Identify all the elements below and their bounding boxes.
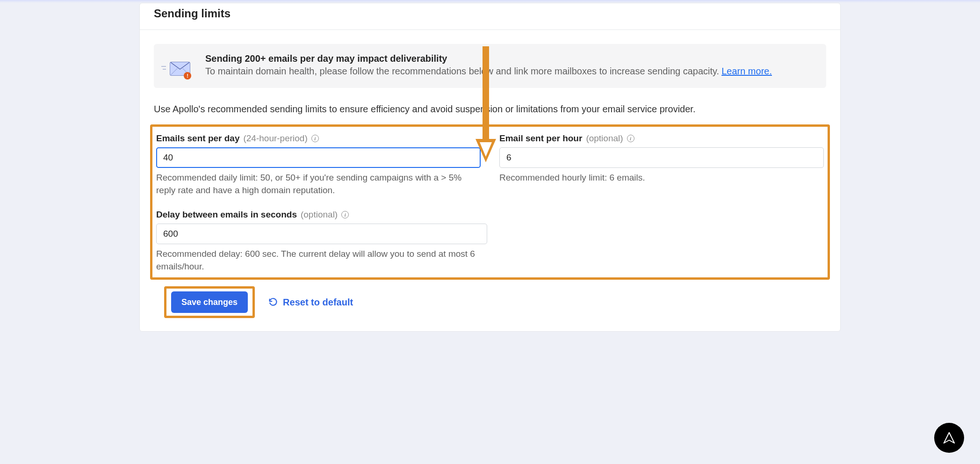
emails-per-hour-hint: (optional) — [586, 133, 623, 144]
reset-label: Reset to default — [283, 297, 353, 308]
delay-helper: Recommended delay: 600 sec. The current … — [156, 248, 487, 273]
emails-per-hour-label: Email sent per hour — [499, 133, 582, 144]
callout-arrow-icon — [474, 46, 498, 163]
emails-per-hour-helper: Recommended hourly limit: 6 emails. — [499, 172, 824, 184]
save-button[interactable]: Save changes — [171, 291, 248, 313]
delay-hint: (optional) — [301, 210, 338, 220]
emails-per-day-hint: (24-hour-period) — [243, 133, 307, 144]
section-title: Sending limits — [154, 7, 826, 20]
banner-title: Sending 200+ emails per day may impact d… — [205, 53, 815, 64]
delay-field: Delay between emails in seconds (optiona… — [156, 210, 487, 273]
emails-per-day-field: Emails sent per day (24-hour-period) i R… — [156, 133, 481, 196]
info-icon[interactable]: i — [341, 211, 349, 218]
info-icon[interactable]: i — [311, 135, 319, 142]
sending-limits-panel: Sending limits ! Sending 200+ emails per… — [139, 3, 841, 332]
emails-per-day-input[interactable] — [156, 147, 481, 168]
info-icon[interactable]: i — [627, 135, 634, 142]
reset-to-default-button[interactable]: Reset to default — [268, 297, 353, 308]
save-button-highlight: Save changes — [164, 286, 255, 318]
learn-more-link[interactable]: Learn more. — [721, 66, 772, 76]
emails-per-day-helper: Recommended daily limit: 50, or 50+ if y… — [156, 172, 481, 196]
emails-per-day-label: Emails sent per day — [156, 133, 239, 144]
banner-text: To maintain domain health, please follow… — [205, 66, 719, 76]
email-alert-icon: ! — [165, 60, 191, 79]
emails-per-hour-field: Email sent per hour (optional) i Recomme… — [499, 133, 824, 196]
reset-icon — [268, 297, 278, 307]
delay-input[interactable] — [156, 224, 487, 244]
emails-per-hour-input[interactable] — [499, 147, 824, 168]
delay-label: Delay between emails in seconds — [156, 210, 297, 220]
